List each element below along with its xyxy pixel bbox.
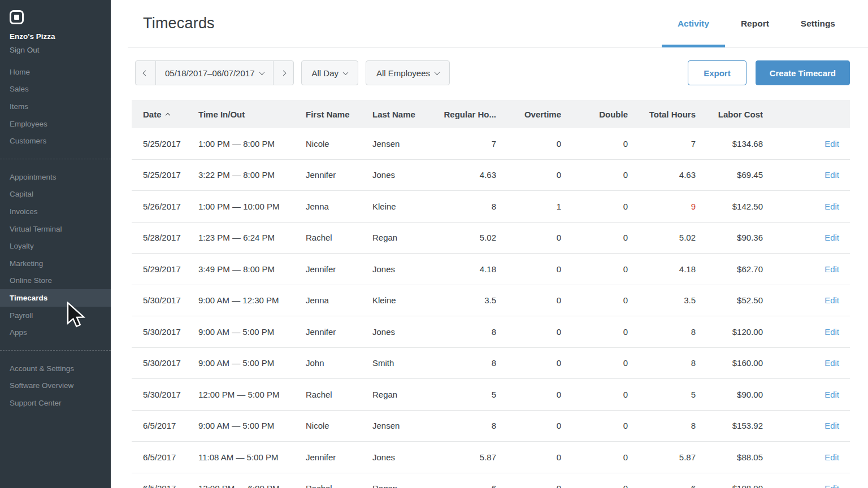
edit-link[interactable]: Edit [824, 139, 839, 149]
tab-activity[interactable]: Activity [662, 0, 725, 47]
cell-last-name: Kleine [372, 202, 441, 211]
table-row: 5/29/20173:49 PM — 8:00 PMJenniferJones4… [132, 254, 850, 285]
sidebar-item-sales[interactable]: Sales [0, 81, 111, 98]
sidebar-item-customers[interactable]: Customers [0, 132, 111, 150]
table-row: 6/5/201712:00 PM — 6:00 PMRachelRegan600… [132, 473, 850, 488]
day-filter-dropdown[interactable]: All Day [301, 60, 359, 85]
cell-time-in-out: 9:00 AM — 12:30 PM [198, 295, 306, 305]
table-row: 5/30/20179:00 AM — 12:30 PMJennaKleine3.… [132, 285, 850, 317]
edit-link[interactable]: Edit [824, 483, 839, 488]
cell-date: 5/30/2017 [132, 390, 198, 399]
cell-total-hours: 5.87 [628, 452, 696, 462]
cell-date: 6/5/2017 [132, 483, 198, 488]
cell-total-hours: 7 [628, 139, 696, 149]
page-header: Timecards ActivityReportSettings [128, 0, 868, 47]
sidebar-item-invoices[interactable]: Invoices [0, 203, 111, 220]
sidebar-item-home[interactable]: Home [0, 63, 111, 81]
cell-overtime: 1 [496, 202, 561, 211]
edit-link[interactable]: Edit [824, 421, 839, 430]
cell-total-hours: 8 [628, 358, 696, 368]
square-logo-icon[interactable] [10, 10, 24, 24]
cell-last-name: Smith [372, 358, 441, 368]
sidebar-item-support-center[interactable]: Support Center [0, 394, 111, 412]
tab-report[interactable]: Report [725, 0, 785, 47]
cell-last-name: Jones [372, 452, 441, 462]
cell-labor-cost: $120.00 [696, 327, 763, 337]
sidebar-item-items[interactable]: Items [0, 98, 111, 115]
export-button[interactable]: Export [688, 60, 747, 85]
sidebar-item-payroll[interactable]: Payroll [0, 307, 111, 324]
page-title: Timecards [128, 15, 215, 32]
sidebar-item-account-settings[interactable]: Account & Settings [0, 360, 111, 377]
cell-overtime: 0 [496, 390, 561, 399]
cell-time-in-out: 1:00 PM — 8:00 PM [198, 139, 306, 149]
cell-first-name: Jennifer [306, 327, 372, 337]
cell-overtime: 0 [496, 452, 561, 462]
column-header-double: Double [561, 110, 628, 119]
edit-link[interactable]: Edit [824, 233, 839, 242]
sidebar-item-virtual-terminal[interactable]: Virtual Terminal [0, 220, 111, 238]
cell-double: 0 [561, 390, 628, 399]
business-name: Enzo's Pizza [10, 32, 101, 41]
table-row: 5/25/20173:22 PM — 8:00 PMJenniferJones4… [132, 160, 850, 191]
sidebar-item-employees[interactable]: Employees [0, 115, 111, 133]
next-date-range-button[interactable] [274, 61, 293, 85]
sidebar-item-capital[interactable]: Capital [0, 186, 111, 203]
edit-link[interactable]: Edit [824, 327, 839, 337]
cell-total-hours: 9 [628, 202, 696, 211]
table-row: 5/30/20179:00 AM — 5:00 PMJenniferJones8… [132, 316, 850, 348]
cell-first-name: John [306, 358, 372, 368]
cell-regular-hours: 7 [441, 139, 496, 149]
employee-filter-dropdown[interactable]: All Employees [366, 60, 450, 85]
cell-date: 5/29/2017 [132, 264, 198, 274]
cell-total-hours: 6 [628, 483, 696, 488]
column-header-overtime: Overtime [496, 110, 561, 119]
edit-link[interactable]: Edit [824, 170, 839, 180]
cell-regular-hours: 5 [441, 390, 496, 399]
sidebar-item-apps[interactable]: Apps [0, 324, 111, 341]
cell-first-name: Nicole [306, 421, 372, 430]
cell-total-hours: 4.18 [628, 264, 696, 274]
tab-bar: ActivityReportSettings [662, 0, 851, 47]
edit-link[interactable]: Edit [824, 390, 839, 399]
cell-total-hours: 8 [628, 327, 696, 337]
sidebar-item-loyalty[interactable]: Loyalty [0, 237, 111, 255]
timecards-table: DateTime In/OutFirst NameLast NameRegula… [132, 100, 850, 488]
cell-double: 0 [561, 483, 628, 488]
cell-total-hours: 3.5 [628, 295, 696, 305]
date-range-dropdown[interactable]: 05/18/2017–06/07/2017 [156, 61, 274, 85]
cell-labor-cost: $62.70 [696, 264, 763, 274]
tab-settings[interactable]: Settings [785, 0, 851, 47]
cell-labor-cost: $142.50 [696, 202, 763, 211]
cell-first-name: Jennifer [306, 264, 372, 274]
create-timecard-button[interactable]: Create Timecard [756, 60, 850, 85]
edit-link[interactable]: Edit [824, 295, 839, 305]
employee-filter-label: All Employees [376, 68, 430, 78]
edit-link[interactable]: Edit [824, 202, 839, 211]
day-filter-label: All Day [312, 68, 339, 78]
column-header-date[interactable]: Date [132, 110, 198, 119]
sidebar-item-online-store[interactable]: Online Store [0, 272, 111, 290]
prev-date-range-button[interactable] [136, 61, 156, 85]
cell-actions: Edit [763, 139, 850, 149]
cell-double: 0 [561, 170, 628, 180]
cell-regular-hours: 3.5 [441, 295, 496, 305]
edit-link[interactable]: Edit [824, 264, 839, 274]
sidebar-secondary-nav: AppointmentsCapitalInvoicesVirtual Termi… [0, 168, 111, 341]
cell-double: 0 [561, 452, 628, 462]
sidebar-item-appointments[interactable]: Appointments [0, 168, 111, 186]
sidebar-item-timecards[interactable]: Timecards [0, 289, 111, 307]
cell-regular-hours: 8 [441, 358, 496, 368]
cell-regular-hours: 8 [441, 202, 496, 211]
sidebar-footer-nav: Account & SettingsSoftware OverviewSuppo… [0, 360, 111, 412]
sign-out-link[interactable]: Sign Out [10, 46, 101, 54]
cell-labor-cost: $90.00 [696, 390, 763, 399]
sidebar-item-marketing[interactable]: Marketing [0, 255, 111, 272]
edit-link[interactable]: Edit [824, 358, 839, 368]
edit-link[interactable]: Edit [824, 452, 839, 462]
cell-time-in-out: 3:22 PM — 8:00 PM [198, 170, 306, 180]
table-row: 6/5/201711:08 AM — 5:00 PMJenniferJones5… [132, 442, 850, 473]
column-header-label: Labor Cost [718, 110, 763, 119]
sidebar-item-software-overview[interactable]: Software Overview [0, 377, 111, 395]
cell-time-in-out: 9:00 AM — 5:00 PM [198, 421, 306, 430]
